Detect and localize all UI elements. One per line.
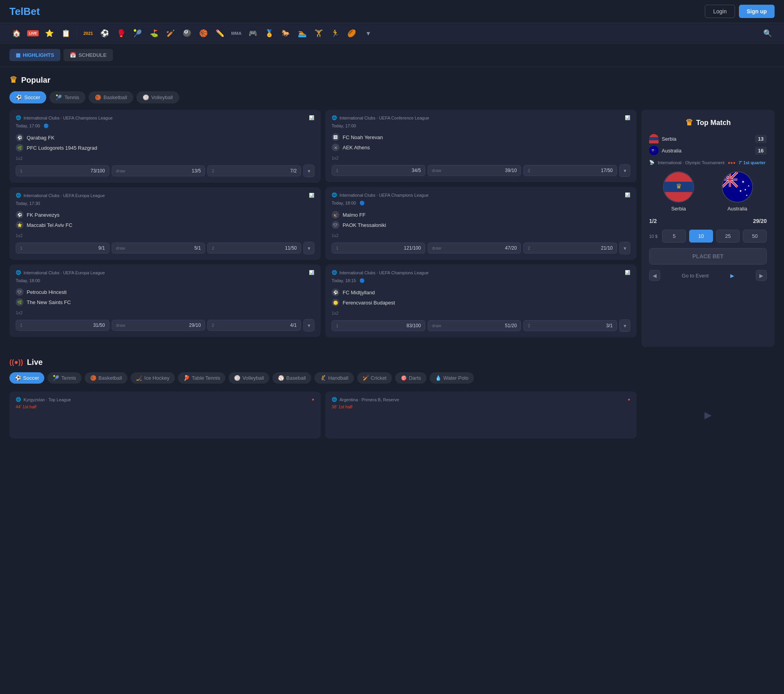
sport-tab-basketball[interactable]: 🏀 Basketball <box>89 91 133 103</box>
odds-expand-5[interactable]: ▾ <box>303 319 314 332</box>
nav-medal-icon[interactable]: 🏅 <box>262 26 276 40</box>
tab-schedule[interactable]: 📅 SCHEDULE <box>64 49 113 61</box>
bet-25-btn[interactable]: 25 <box>716 230 740 243</box>
nav-pencil-icon[interactable]: ✏️ <box>213 26 227 40</box>
top-match-info: 📡 International · Olympic Tournament ●●●… <box>649 160 767 165</box>
top-match-header: ♛ Top Match <box>649 118 767 128</box>
live-soccer-icon: ⚽ <box>15 375 21 381</box>
odds-btn-4-draw[interactable]: draw47/20 <box>428 243 521 254</box>
svg-rect-1 <box>649 137 659 140</box>
match-time-2: Today, 17:00 <box>332 123 630 128</box>
odds-row-4: 1121/100 draw47/20 221/10 ▾ <box>332 242 630 254</box>
nav-esports-icon[interactable]: 🎮 <box>246 26 260 40</box>
bet-5-btn[interactable]: 5 <box>662 230 686 243</box>
nav-live-icon[interactable]: LIVE <box>26 26 40 40</box>
live-tab-waterpolo[interactable]: 💧 Water Polo <box>430 372 474 384</box>
sport-filter-tabs: ⚽ Soccer 🎾 Tennis 🏀 Basketball 🏐 Volleyb… <box>9 91 775 103</box>
live-tab-basketball[interactable]: 🏀 Basketball <box>85 372 127 384</box>
live-tab-handball[interactable]: 🤾 Handball <box>314 372 354 384</box>
stats-icon-6[interactable]: 📊 <box>625 270 630 275</box>
live-tab-tennis[interactable]: 🎾 Tennis <box>47 372 82 384</box>
odds-row-2: 134/5 draw39/10 217/50 ▾ <box>332 164 630 177</box>
live-title: ((●)) Live <box>9 358 775 367</box>
odds-btn-3-draw[interactable]: draw5/1 <box>112 243 205 254</box>
nav-home-icon[interactable]: 🏠 <box>9 26 24 40</box>
nav-boxing-icon[interactable]: 🥊 <box>114 26 128 40</box>
odds-btn-2-2[interactable]: 217/50 <box>523 165 617 176</box>
stats-icon-5[interactable]: 📊 <box>309 270 314 275</box>
globe-icon-1: 🌐 <box>16 115 21 120</box>
logo[interactable]: TelBet <box>9 5 40 18</box>
signup-button[interactable]: Sign up <box>739 5 775 18</box>
stats-icon-1[interactable]: 📊 <box>309 115 314 120</box>
odds-expand-2[interactable]: ▾ <box>619 164 630 177</box>
nav-basketball-icon[interactable]: 🏀 <box>196 26 211 40</box>
odds-btn-3-1[interactable]: 19/1 <box>16 243 109 254</box>
match-meta-5: 🌐 International Clubs · UEFA Europa Leag… <box>16 270 314 275</box>
odds-btn-6-1[interactable]: 183/100 <box>332 320 425 331</box>
globe-icon-6: 🌐 <box>332 270 337 275</box>
odds-btn-6-2[interactable]: 23/1 <box>523 320 617 331</box>
login-button[interactable]: Login <box>705 5 735 18</box>
live-tab-volleyball[interactable]: 🏐 Volleyball <box>229 372 269 384</box>
nav-soccer-icon[interactable]: ⚽ <box>98 26 112 40</box>
odds-btn-2-1[interactable]: 134/5 <box>332 165 425 176</box>
nav-weightlift-icon[interactable]: 🏋 <box>312 26 326 40</box>
odds-btn-6-draw[interactable]: draw51/20 <box>428 320 521 331</box>
odds-btn-4-1[interactable]: 1121/100 <box>332 243 425 254</box>
sport-tab-volleyball[interactable]: 🏐 Volleyball <box>136 91 179 103</box>
nav-euro2020-icon[interactable]: 2021 <box>81 26 95 40</box>
nav-mma-icon[interactable]: MMA <box>229 26 243 40</box>
sport-tab-soccer[interactable]: ⚽ Soccer <box>9 91 46 103</box>
live-tab-darts[interactable]: 🎯 Darts <box>395 372 426 384</box>
nav-athletics-icon[interactable]: 🏃 <box>328 26 342 40</box>
nav-tennis-icon[interactable]: 🎾 <box>131 26 145 40</box>
odds-expand-4[interactable]: ▾ <box>619 242 630 254</box>
nav-betslip-icon[interactable]: 📋 <box>59 26 73 40</box>
live-tab-tabletennis[interactable]: 🏓 Table Tennis <box>178 372 225 384</box>
odds-btn-5-draw[interactable]: draw29/10 <box>112 320 205 331</box>
nav-favorites-icon[interactable]: ⭐ <box>42 26 56 40</box>
nav-golf-icon[interactable]: ⛳ <box>147 26 161 40</box>
search-icon[interactable]: 🔍 <box>760 26 775 40</box>
odds-expand-6[interactable]: ▾ <box>619 319 630 332</box>
odds-btn-2-draw[interactable]: draw39/10 <box>428 165 521 176</box>
live-tab-cricket[interactable]: 🏏 Cricket <box>357 372 392 384</box>
odds-btn-5-2[interactable]: 24/1 <box>207 320 301 331</box>
next-event-btn[interactable]: ▶ <box>756 270 767 281</box>
match-teams-2: 🅽 FC Noah Yerevan ⚔ AEK Athens <box>332 132 630 152</box>
nav-more-icon[interactable]: ▾ <box>361 26 375 40</box>
odds-btn-5-1[interactable]: 131/50 <box>16 320 109 331</box>
match-teams-3: ⚽ FK Panevezys ⭐ Maccabi Tel Aviv FC <box>16 210 314 230</box>
nav-rugby-icon[interactable]: 🏉 <box>345 26 359 40</box>
sport-tab-tennis[interactable]: 🎾 Tennis <box>49 91 85 103</box>
globe-icon-2: 🌐 <box>332 115 337 120</box>
match-meta-1: 🌐 International Clubs · UEFA Champions L… <box>16 115 314 120</box>
odds-expand-3[interactable]: ▾ <box>303 242 314 254</box>
odds-btn-1-1[interactable]: 173/100 <box>16 165 109 176</box>
popular-title: ♛ Popular <box>9 75 775 85</box>
nav-pool-icon[interactable]: 🎱 <box>180 26 194 40</box>
stats-icon-4[interactable]: 📊 <box>625 192 630 198</box>
stats-icon-3[interactable]: 📊 <box>309 193 314 198</box>
odds-btn-4-2[interactable]: 221/10 <box>523 243 617 254</box>
bet-50-btn[interactable]: 50 <box>743 230 767 243</box>
odds-expand-1[interactable]: ▾ <box>303 165 314 177</box>
nav-cricket-icon[interactable]: 🏏 <box>163 26 178 40</box>
bet-10-btn[interactable]: 10 <box>689 230 713 243</box>
serbia-flag-small <box>649 134 659 143</box>
tab-highlights[interactable]: ▦ HIGHLIGHTS <box>9 49 60 61</box>
odds-btn-1-2[interactable]: 27/2 <box>207 165 301 176</box>
prev-event-btn[interactable]: ◀ <box>649 270 660 281</box>
odds-btn-3-2[interactable]: 211/50 <box>207 243 301 254</box>
nav-swim-icon[interactable]: 🏊 <box>295 26 309 40</box>
nav-horse-icon[interactable]: 🐎 <box>279 26 293 40</box>
odds-btn-1-draw[interactable]: draw13/5 <box>112 165 205 176</box>
flag-team-serbia: ♛ Serbia <box>663 171 694 212</box>
place-bet-button[interactable]: PLACE BET <box>649 248 767 265</box>
live-tab-baseball[interactable]: ⚾ Baseball <box>272 372 311 384</box>
stats-icon-2[interactable]: 📊 <box>625 115 630 120</box>
arrow-right-icon: ▶ <box>730 273 734 279</box>
live-tab-soccer[interactable]: ⚽ Soccer <box>9 372 44 384</box>
live-tab-icehockey[interactable]: 🏒 Ice Hockey <box>131 372 175 384</box>
